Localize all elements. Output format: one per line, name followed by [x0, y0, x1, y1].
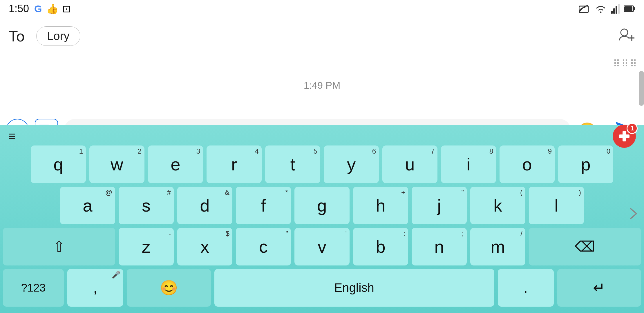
- key-d[interactable]: d&: [177, 187, 232, 224]
- key-row-4: ?123 , 🎤 😊 English . ↵: [3, 269, 641, 307]
- key-row-3: ⇧ z- x$ c" v' b: n; m/ ⌫: [3, 228, 641, 265]
- numbers-label: ?123: [21, 282, 46, 294]
- key-u[interactable]: u7: [382, 145, 437, 183]
- comma-key[interactable]: , 🎤: [67, 269, 123, 307]
- key-f[interactable]: f*: [236, 187, 291, 224]
- shift-key[interactable]: ⇧: [3, 228, 115, 265]
- key-rows: q1 w2 e3 r4 t5 y6 u7 i8 o9 p0 a@ s# d& f…: [0, 145, 644, 313]
- status-time: 1:50: [9, 3, 29, 15]
- status-left: 1:50 G 👍 ⊡: [9, 3, 70, 15]
- key-g[interactable]: g-: [294, 187, 350, 224]
- emoji-keyboard-icon: 😊: [160, 279, 178, 296]
- google-icon: G: [34, 3, 42, 14]
- add-contact-button[interactable]: [618, 27, 635, 45]
- svg-point-9: [621, 29, 628, 36]
- keyboard-top-bar: ≡ 1: [0, 125, 644, 145]
- backspace-icon: ⌫: [575, 238, 595, 255]
- space-key[interactable]: English: [214, 269, 494, 307]
- recipient-chip[interactable]: Lory: [36, 26, 80, 46]
- key-t[interactable]: t5: [265, 145, 320, 183]
- key-h[interactable]: h+: [353, 187, 408, 224]
- space-label: English: [334, 281, 374, 295]
- key-m[interactable]: m/: [470, 228, 525, 265]
- key-y[interactable]: y6: [324, 145, 379, 183]
- enter-key[interactable]: ↵: [557, 269, 641, 307]
- svg-rect-4: [616, 6, 617, 14]
- svg-rect-5: [618, 4, 620, 14]
- message-area: 1:49 PM: [0, 71, 644, 114]
- dot-key[interactable]: .: [498, 269, 554, 307]
- keyboard-toggle-bar: ⠿⠿⠿: [0, 55, 644, 71]
- cast-icon: [579, 4, 591, 13]
- enter-icon: ↵: [593, 279, 605, 296]
- key-q[interactable]: q1: [31, 145, 86, 183]
- key-z[interactable]: z-: [119, 228, 174, 265]
- collapse-arrow-button[interactable]: [628, 206, 639, 222]
- key-c[interactable]: c": [236, 228, 291, 265]
- dot-label: .: [524, 279, 528, 296]
- to-bar: To Lory: [0, 17, 644, 55]
- to-label: To: [9, 28, 25, 45]
- key-row-1: q1 w2 e3 r4 t5 y6 u7 i8 o9 p0: [3, 145, 641, 183]
- key-w[interactable]: w2: [89, 145, 144, 183]
- scrollbar[interactable]: [639, 71, 644, 106]
- backspace-key[interactable]: ⌫: [529, 228, 641, 265]
- hamburger-icon[interactable]: ≡: [8, 129, 16, 143]
- keyboard-badge-button[interactable]: 1: [613, 125, 636, 148]
- thumb-icon: 👍: [46, 3, 58, 14]
- status-bar: 1:50 G 👍 ⊡: [0, 0, 644, 17]
- status-icons: G 👍 ⊡: [34, 3, 70, 14]
- screen-icon: ⊡: [62, 3, 70, 14]
- signal-icon: [611, 4, 620, 14]
- key-p[interactable]: p0: [558, 145, 613, 183]
- emoji-key[interactable]: 😊: [127, 269, 211, 307]
- recipient-name: Lory: [47, 30, 70, 43]
- svg-rect-19: [623, 131, 626, 141]
- key-r[interactable]: r4: [207, 145, 262, 183]
- key-j[interactable]: j": [412, 187, 467, 224]
- keyboard-area: ≡ 1 q1 w2 e3 r4 t5 y6 u7 i8 o9 p0 a@ s: [0, 125, 644, 313]
- key-n[interactable]: n;: [412, 228, 467, 265]
- battery-icon: [624, 5, 635, 12]
- key-row-2: a@ s# d& f* g- h+ j" k( l): [3, 187, 641, 224]
- message-timestamp: 1:49 PM: [304, 80, 341, 91]
- mic-icon: 🎤: [112, 271, 120, 279]
- svg-rect-2: [611, 11, 613, 14]
- comma-label: ,: [93, 279, 97, 296]
- numbers-key[interactable]: ?123: [3, 269, 64, 307]
- key-i[interactable]: i8: [441, 145, 496, 183]
- svg-rect-3: [613, 8, 615, 14]
- key-s[interactable]: s#: [119, 187, 174, 224]
- key-k[interactable]: k(: [470, 187, 525, 224]
- key-a[interactable]: a@: [60, 187, 115, 224]
- key-b[interactable]: b:: [353, 228, 408, 265]
- key-x[interactable]: x$: [177, 228, 232, 265]
- key-l[interactable]: l): [529, 187, 584, 224]
- badge-count: 1: [627, 123, 638, 134]
- svg-rect-8: [624, 6, 632, 11]
- status-right: [579, 4, 635, 14]
- svg-rect-7: [634, 7, 635, 10]
- key-e[interactable]: e3: [148, 145, 203, 183]
- keyboard-dots-icon[interactable]: ⠿⠿⠿: [613, 58, 638, 71]
- key-v[interactable]: v': [294, 228, 350, 265]
- key-o[interactable]: o9: [500, 145, 555, 183]
- wifi-icon: [595, 4, 607, 13]
